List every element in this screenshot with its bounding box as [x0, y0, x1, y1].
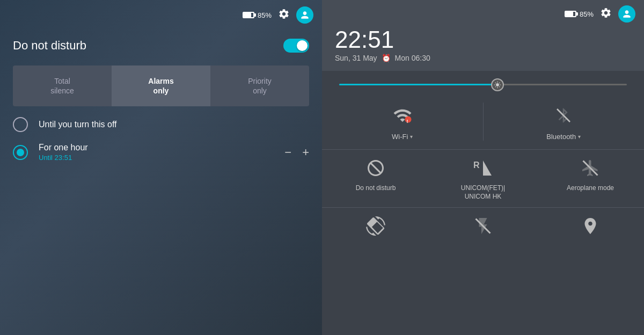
tiles-row-2: Do not disturb R UNICOM(FET)|UNICOM HK A…	[322, 150, 644, 208]
left-panel: 85% Do not disturb Total silence Alar	[0, 0, 322, 335]
tile-flashlight[interactable]	[429, 214, 537, 238]
date-row: Sun, 31 May ⏰ Mon 06:30	[335, 54, 631, 62]
wifi-label-row: Wi-Fi ▾	[392, 133, 413, 141]
tiles-row-1: ! Wi-Fi ▾ Bluetooth ▾	[322, 98, 644, 150]
svg-point-0	[405, 116, 411, 123]
duration-one-hour[interactable]: For one hour Until 23:51 − +	[13, 143, 309, 162]
dnd-toggle[interactable]	[283, 39, 309, 53]
mode-total-silence[interactable]: Total silence	[13, 65, 112, 106]
signal-icon: R	[471, 156, 495, 180]
increase-button[interactable]: +	[302, 147, 309, 158]
mode-priority-line2: only	[215, 86, 305, 96]
radio-one-hour-inner	[17, 149, 24, 156]
tiles-row-3	[322, 208, 644, 244]
right-battery-label: 85%	[580, 10, 594, 18]
bluetooth-dropdown-chevron: ▾	[578, 134, 581, 140]
duration-forever[interactable]: Until you turn this off	[13, 117, 309, 132]
battery-icon	[243, 12, 254, 18]
duration-controls: − +	[284, 147, 309, 158]
left-content: 85% Do not disturb Total silence Alar	[0, 0, 322, 335]
mode-alarms-line1: Alarms	[116, 76, 206, 86]
location-icon	[579, 214, 602, 238]
tile-wifi[interactable]: ! Wi-Fi ▾	[322, 103, 484, 141]
flashlight-icon	[471, 214, 495, 238]
bluetooth-label-row: Bluetooth ▾	[546, 133, 581, 141]
mode-selector: Total silence Alarms only Priority only	[13, 65, 309, 106]
alarm-time: Mon 06:30	[395, 54, 430, 62]
mode-alarms-only[interactable]: Alarms only	[112, 65, 210, 106]
brightness-slider-fill	[339, 84, 497, 85]
tile-rotate[interactable]	[322, 214, 429, 238]
tile-signal[interactable]: R UNICOM(FET)|UNICOM HK	[429, 156, 537, 201]
user-avatar[interactable]	[296, 6, 313, 24]
right-user-avatar[interactable]	[618, 5, 635, 23]
battery-info: 85%	[243, 11, 272, 19]
right-battery-info: 85%	[565, 10, 594, 18]
right-battery-fill	[566, 12, 573, 16]
wifi-label: Wi-Fi	[392, 133, 408, 141]
right-panel: 85% 22:51 Sun, 31 May ⏰ Mon 06:30	[322, 0, 644, 335]
mode-priority-line1: Priority	[215, 76, 305, 86]
duration-forever-text: Until you turn this off	[39, 120, 309, 129]
tile-location[interactable]	[537, 214, 644, 238]
duration-forever-label: Until you turn this off	[39, 120, 309, 129]
right-settings-icon[interactable]	[600, 7, 612, 21]
bluetooth-icon	[551, 103, 576, 128]
mode-total-line1: Total	[17, 76, 107, 86]
battery-label: 85%	[258, 11, 272, 19]
date-text: Sun, 31 May	[335, 54, 377, 62]
tile-aeroplane[interactable]: Aeroplane mode	[537, 156, 644, 201]
time-section: 22:51 Sun, 31 May ⏰ Mon 06:30	[331, 26, 635, 71]
svg-text:R: R	[473, 161, 480, 170]
battery-fill	[244, 13, 251, 17]
wifi-dropdown-chevron: ▾	[410, 134, 413, 140]
mode-priority-only[interactable]: Priority only	[210, 65, 309, 106]
duration-options: Until you turn this off For one hour Unt…	[0, 106, 322, 172]
bluetooth-label: Bluetooth	[546, 133, 576, 141]
left-status-bar: 85%	[0, 0, 322, 30]
right-battery-icon	[565, 11, 576, 17]
time-display: 22:51	[335, 28, 631, 52]
mode-total-line2: silence	[17, 86, 107, 96]
brightness-slider-thumb	[491, 78, 504, 91]
rotate-icon	[364, 214, 387, 238]
decrease-button[interactable]: −	[284, 147, 291, 158]
duration-one-hour-text: For one hour Until 23:51	[39, 143, 274, 162]
svg-marker-4	[483, 161, 492, 176]
brightness-row	[322, 71, 644, 98]
radio-one-hour	[13, 145, 28, 160]
svg-text:!: !	[406, 119, 408, 124]
duration-one-hour-sublabel: Until 23:51	[39, 154, 274, 162]
dnd-title: Do not disturb	[13, 39, 86, 53]
wifi-icon: !	[390, 103, 415, 128]
radio-forever	[13, 117, 28, 132]
tile-bluetooth[interactable]: Bluetooth ▾	[484, 103, 645, 141]
dnd-tile-icon	[364, 156, 387, 180]
duration-one-hour-label: For one hour	[39, 143, 274, 152]
mode-alarms-line2: only	[116, 86, 206, 96]
dnd-tile-label: Do not disturb	[356, 184, 396, 193]
aeroplane-icon	[579, 156, 602, 180]
signal-label: UNICOM(FET)|UNICOM HK	[461, 184, 505, 201]
settings-icon[interactable]	[278, 8, 290, 23]
tile-dnd[interactable]: Do not disturb	[322, 156, 429, 201]
aeroplane-label: Aeroplane mode	[567, 184, 614, 193]
right-status-bar: 85%	[331, 5, 635, 26]
brightness-slider-track[interactable]	[339, 84, 627, 85]
alarm-clock-icon: ⏰	[382, 54, 391, 62]
dnd-header: Do not disturb	[0, 30, 322, 65]
